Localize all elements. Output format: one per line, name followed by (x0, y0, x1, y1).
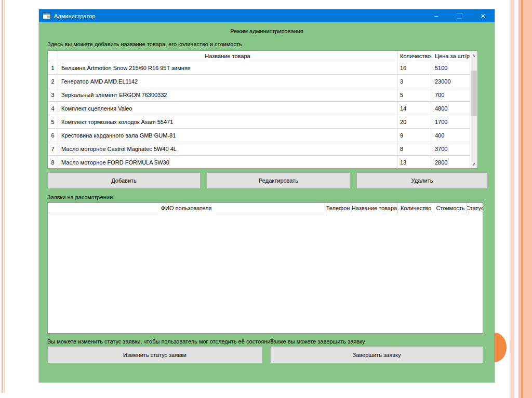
orange-half-circle-decoration (495, 333, 507, 362)
product-name: Комплект сцепления Valeo (58, 102, 397, 115)
minimize-icon[interactable]: – (424, 9, 448, 22)
column-header-status[interactable]: Статус (467, 203, 483, 213)
right-stripe-salmon (518, 0, 532, 398)
delete-button[interactable]: Удалить (356, 172, 488, 189)
products-table-header: Название товара Количество Цена за шт/ру… (48, 51, 470, 61)
mode-label: Режим администрирования (39, 28, 495, 34)
product-name: Крестовина карданного вала GMB GUM-81 (58, 129, 397, 142)
product-qty: 16 (397, 61, 432, 74)
product-qty: 14 (397, 102, 432, 115)
right-stripe-orange (521, 0, 523, 398)
scroll-up-icon[interactable]: ∧ (470, 51, 477, 60)
table-row[interactable]: 2 Генератор AMD AMD.EL1142 3 23000 (48, 75, 470, 88)
products-hint: Здесь вы можете добавить название товара… (47, 41, 242, 47)
row-number: 3 (48, 88, 58, 101)
administrator-window: Администратор – ✕ Режим администрировани… (39, 9, 495, 382)
left-stripe-light (4, 0, 5, 393)
row-number: 6 (48, 129, 58, 142)
scroll-down-icon[interactable]: ∨ (470, 159, 477, 168)
row-number-header (48, 51, 58, 61)
column-header-phone[interactable]: Телефон (325, 203, 351, 213)
product-name: Масло моторное Castrol Magnatec 5W40 4L (58, 142, 397, 155)
window-controls: – ✕ (424, 9, 495, 22)
products-table: Название товара Количество Цена за шт/ру… (47, 50, 478, 169)
row-number: 2 (48, 75, 58, 88)
edit-button[interactable]: Редактировать (207, 172, 350, 189)
table-row[interactable]: 1 Белшина Artmotion Snow 215/60 R16 95T … (48, 61, 470, 75)
row-number: 4 (48, 102, 58, 115)
product-name: Комплект тормозных колодок Asam 55471 (58, 115, 397, 128)
requests-table-header: ФИО пользователя Телефон Название товара… (48, 203, 483, 213)
product-price: 5100 (432, 61, 470, 74)
right-stripe-highlight (518, 0, 519, 398)
table-row[interactable]: 4 Комплект сцепления Valeo 14 4800 (48, 102, 470, 115)
close-icon[interactable]: ✕ (471, 9, 495, 22)
requests-table: ФИО пользователя Телефон Название товара… (47, 202, 483, 334)
row-number: 1 (48, 61, 58, 74)
column-header-qty[interactable]: Количество (398, 203, 434, 213)
add-button[interactable]: Добавить (47, 172, 201, 189)
product-qty: 9 (397, 129, 432, 142)
status-hint: Вы можете изменить статус заявки, чтобы … (47, 338, 273, 345)
column-header-cost[interactable]: Стоимость (434, 203, 467, 213)
column-header-product[interactable]: Название товара (351, 203, 398, 213)
product-name: Белшина Artmotion Snow 215/60 R16 95T зи… (58, 61, 397, 74)
product-qty: 20 (397, 115, 432, 128)
product-price: 400 (432, 129, 470, 142)
table-row[interactable]: 6 Крестовина карданного вала GMB GUM-81 … (48, 129, 470, 142)
table-row[interactable]: 5 Комплект тормозных колодок Asam 55471 … (48, 115, 470, 129)
right-stripe-pink (510, 0, 514, 398)
table-row[interactable]: 8 Масло моторное FORD FORMULA 5W30 13 28… (48, 156, 470, 169)
product-price: 1700 (432, 115, 470, 128)
product-qty: 5 (397, 88, 432, 101)
table-row[interactable]: 3 Зеркальный элемент ERGON 76300332 5 70… (48, 88, 470, 102)
product-qty: 13 (397, 156, 432, 169)
vertical-scrollbar[interactable]: ∧ ∨ (470, 51, 477, 168)
finish-request-button[interactable]: Завершить заявку (270, 346, 483, 363)
slide-page: Администратор – ✕ Режим администрировани… (0, 0, 532, 398)
maximize-icon[interactable] (448, 9, 471, 22)
column-header-fio[interactable]: ФИО пользователя (48, 203, 325, 213)
requests-label: Заявки на рассмотрении (47, 194, 113, 200)
titlebar[interactable]: Администратор – ✕ (39, 9, 495, 22)
scrollbar-thumb[interactable] (471, 71, 477, 116)
app-window-icon (43, 12, 51, 19)
column-header-qty[interactable]: Количество (397, 51, 432, 61)
left-stripe (2, 0, 3, 393)
finish-hint: Также вы можете завершить заявку (270, 338, 365, 345)
product-price: 2800 (432, 156, 470, 169)
change-status-button[interactable]: Изменить статус заявки (47, 346, 262, 363)
table-row[interactable]: 7 Масло моторное Castrol Magnatec 5W40 4… (48, 142, 470, 156)
row-number: 7 (48, 142, 58, 155)
product-name: Генератор AMD AMD.EL1142 (58, 75, 397, 88)
product-price: 3700 (432, 142, 470, 155)
product-qty: 3 (397, 75, 432, 88)
row-number: 5 (48, 115, 58, 128)
row-number: 8 (48, 156, 58, 169)
product-name: Масло моторное FORD FORMULA 5W30 (58, 156, 397, 169)
product-qty: 8 (397, 142, 432, 155)
window-title: Администратор (54, 13, 95, 19)
column-header-price[interactable]: Цена за шт/руб (432, 51, 470, 61)
product-price: 23000 (432, 75, 470, 88)
product-price: 4800 (432, 102, 470, 115)
product-name: Зеркальный элемент ERGON 76300332 (58, 88, 397, 101)
product-price: 700 (432, 88, 470, 101)
column-header-name[interactable]: Название товара (58, 51, 397, 61)
